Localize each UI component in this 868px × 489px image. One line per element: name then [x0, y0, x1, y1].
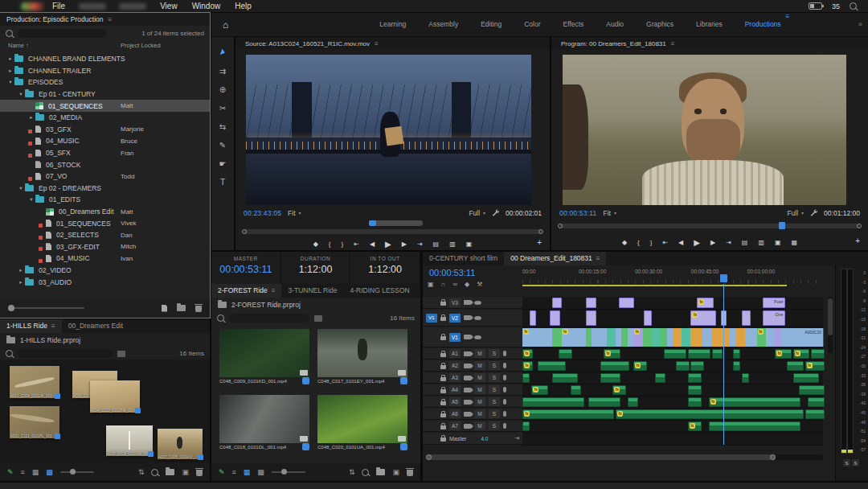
tree-item-episodes[interactable]: ▾EPISODES	[0, 76, 210, 88]
new-item-button[interactable]: ▣	[392, 468, 399, 476]
timeline-audio-clip[interactable]: fx	[522, 349, 533, 359]
program-video-frame[interactable]	[563, 55, 846, 205]
settings-wrench-icon[interactable]	[810, 209, 817, 216]
track-lock-icon[interactable]	[440, 302, 446, 306]
thumbnail-zoom-slider[interactable]	[8, 307, 84, 309]
timeline-audio-clip[interactable]	[799, 385, 825, 395]
track-lock-icon[interactable]	[440, 317, 446, 321]
type-tool[interactable]: T	[216, 176, 229, 187]
source-patch[interactable]: V1	[426, 314, 437, 323]
timeline-audio-clip[interactable]: fx	[805, 361, 825, 371]
sort-button[interactable]: ⇅	[138, 468, 145, 476]
expander-icon[interactable]: ▾	[6, 79, 14, 85]
panel-tab-01-se[interactable]: 01_SE	[416, 284, 420, 298]
timeline-ruler[interactable]: 00:0000:00:15:0000:00:30:0000:00:45:0000…	[522, 266, 823, 284]
timeline-clip[interactable]: fx	[562, 328, 587, 347]
workspace-tab-libraries[interactable]: Libraries	[685, 13, 734, 36]
timeline-clip[interactable]	[550, 310, 560, 326]
freeform-clip[interactable]: A004_C013_0101RW_001.mp4	[90, 380, 140, 413]
timeline-clip[interactable]	[586, 310, 596, 326]
tree-item-04-music[interactable]: 04_MUSICBruce	[0, 135, 210, 147]
freeform-view-button[interactable]: ▩	[257, 468, 264, 476]
export-frame-button[interactable]: ▣	[775, 236, 781, 249]
panel-menu-icon[interactable]: ≡	[671, 40, 675, 47]
icon-view-button[interactable]: ▦	[244, 468, 251, 476]
track-lane-v2[interactable]: fxOns	[522, 310, 823, 327]
timeline-audio-clip[interactable]	[690, 361, 704, 371]
mute-button[interactable]: M	[474, 361, 485, 370]
panel-tab-00-dreamers-edit-180831[interactable]: 00 Dreamers_Edit_180831≡	[504, 252, 606, 265]
timeline-audio-clip[interactable]	[655, 373, 665, 383]
timeline-clip[interactable]	[742, 310, 751, 326]
freeform-clip[interactable]: A007_C005_0101KV_001.mp4	[158, 429, 203, 459]
menu-item-window[interactable]: Window	[185, 0, 228, 12]
new-item-button[interactable]: ▣	[182, 468, 189, 476]
timeline-audio-clip[interactable]: fx	[793, 349, 810, 359]
program-zoom-select[interactable]: Fit▾	[603, 209, 616, 217]
timeline-clip[interactable]	[592, 328, 608, 347]
timeline-clip[interactable]: A003C20	[781, 328, 824, 347]
sync-lock-icon[interactable]	[464, 388, 471, 392]
timeline-playhead-head[interactable]	[720, 274, 727, 282]
timeline-audio-clip[interactable]	[793, 373, 819, 383]
workspace-tab-audio[interactable]: Audio	[595, 13, 635, 36]
search-icon[interactable]	[217, 314, 224, 322]
timeline-audio-clip[interactable]	[571, 385, 581, 395]
add-marker-icon[interactable]: ◆	[465, 281, 469, 288]
nest-toggle-icon[interactable]: ▣	[428, 281, 434, 288]
timeline-audio-clip[interactable]	[712, 349, 723, 359]
source-monitor-tab[interactable]: Source: A013C024_160521_R1IC.mov.mov ≡	[235, 37, 550, 50]
hand-tool[interactable]: ☛	[216, 158, 229, 169]
mark-out-button[interactable]: }	[650, 236, 653, 249]
tree-item-01-sequences[interactable]: 01_SEQUENCESVivek	[0, 217, 210, 229]
workspace-overflow-chevron[interactable]: »	[853, 18, 868, 31]
track-target-a2[interactable]: A2	[449, 361, 461, 370]
delete-button[interactable]	[196, 470, 203, 476]
freeform-clip[interactable]: A005_C018_0101MN_001.mp4	[106, 425, 153, 456]
tree-item-ep-02-dreamers[interactable]: ▾Ep 02 - DREAMERS	[0, 183, 210, 195]
find-button[interactable]	[151, 469, 158, 476]
filter-bin-icon[interactable]	[314, 315, 322, 322]
play-button[interactable]: ▶	[385, 238, 391, 250]
tree-item-channel-trailer[interactable]: ▸CHANNEL TRAILER	[0, 65, 210, 77]
freeform-clip[interactable]: A001_C121_0101PL_001.mp4	[10, 406, 59, 438]
track-lock-icon[interactable]	[440, 425, 446, 429]
timeline-audio-clip[interactable]	[664, 349, 686, 359]
expander-icon[interactable]: ▾	[27, 196, 35, 203]
source-scrubber[interactable]	[244, 229, 542, 234]
track-lane-v3[interactable]: fxFoot	[522, 297, 823, 310]
track-target-v3[interactable]: V3	[449, 298, 461, 307]
add-marker-button[interactable]: ◆	[622, 236, 627, 249]
menu-item-view[interactable]: View	[153, 0, 185, 12]
search-icon[interactable]	[6, 350, 13, 357]
clip-card[interactable]: C048_C009_0101KD_001.mp4	[219, 329, 309, 392]
panel-tab-2-forest-ride[interactable]: 2-FOREST Ride≡	[211, 284, 281, 298]
slip-tool[interactable]: ⇆	[216, 121, 229, 132]
timeline-vertical-scrollbar[interactable]	[828, 297, 833, 353]
track-target-a1[interactable]: A1	[449, 349, 461, 358]
step-back-button[interactable]: ◀	[678, 236, 683, 249]
solo-button[interactable]: S	[489, 373, 500, 382]
delete-icon[interactable]	[195, 306, 202, 312]
voiceover-record-icon[interactable]	[503, 375, 506, 380]
expander-icon[interactable]: ▾	[17, 91, 25, 97]
track-lane-a2[interactable]: fxfxfx	[522, 360, 823, 372]
panel-tab-00-dreamers-edit[interactable]: 00_Dreamers Edit	[62, 319, 130, 333]
track-lock-icon[interactable]	[440, 365, 446, 369]
search-input[interactable]	[18, 29, 106, 38]
step-forward-button[interactable]: ▶	[402, 238, 407, 250]
mute-button[interactable]: M	[474, 409, 485, 418]
workspace-tab-color[interactable]: Color	[513, 13, 551, 36]
tree-item-01-sequences[interactable]: 01_SEQUENCESMatt	[0, 100, 210, 112]
hills-breadcrumb[interactable]: 1-HILLS Ride.prproj	[20, 336, 80, 344]
expander-icon[interactable]: ▸	[17, 279, 25, 286]
source-zoom-select[interactable]: Fit▾	[288, 209, 301, 217]
play-button[interactable]: ▶	[694, 236, 700, 249]
snap-icon[interactable]: ∩	[441, 281, 446, 288]
timeline-audio-clip[interactable]: fx	[522, 409, 614, 419]
track-lane-v1[interactable]: fxfxfxfxA003C20	[522, 327, 823, 348]
program-position-timecode[interactable]: 00:00:53:11	[559, 209, 596, 217]
mute-button[interactable]: M	[474, 385, 485, 394]
tree-item-05-sfx[interactable]: 05_SFXFran	[0, 147, 210, 159]
solo-button[interactable]: S	[489, 361, 500, 370]
